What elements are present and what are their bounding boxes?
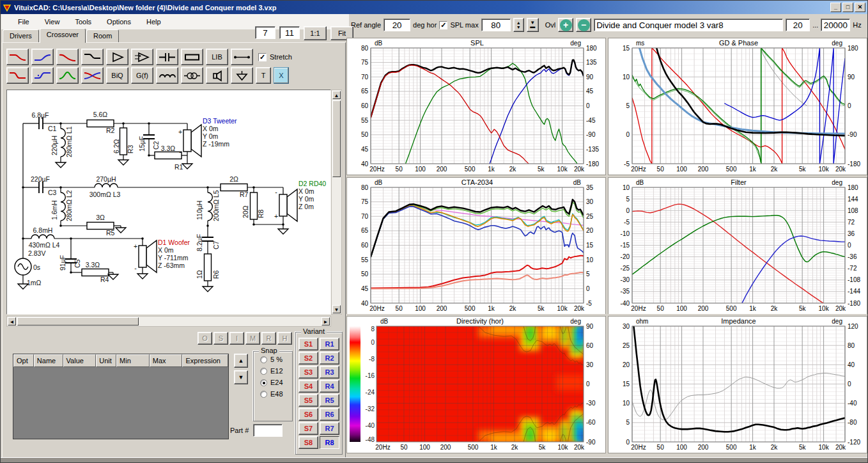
mode-button-s[interactable]: S [213,332,228,345]
variant-button-r4[interactable]: R4 [320,380,339,393]
variant-button-r7[interactable]: R7 [320,422,339,435]
mode-button-r[interactable]: R [261,332,276,345]
highshelf-icon[interactable] [31,67,54,84]
scroll-left-icon[interactable]: ◄ [8,317,16,326]
radio-label-E12[interactable]: E12 [270,367,283,375]
mode-button-h[interactable]: H [277,332,292,345]
table-header-name[interactable]: Name [34,354,63,367]
table-header-unit[interactable]: Unit [96,354,116,367]
menu-item-view[interactable]: View [37,16,68,27]
crossover-icon[interactable] [81,67,104,84]
resistor-icon[interactable] [181,49,203,65]
overlay-remove-button[interactable]: − [576,18,591,32]
variant-button-s6[interactable]: S6 [298,408,318,421]
table-header-max[interactable]: Max [150,354,183,367]
variant-button-s3[interactable]: S3 [298,366,318,379]
gain-function-button[interactable]: G(f) [131,67,153,84]
grid-div2-input[interactable] [279,26,300,39]
minimize-icon[interactable]: _ [830,3,841,12]
radio-5%[interactable] [260,356,267,363]
amplifier-icon[interactable] [106,49,128,65]
move-up-icon[interactable]: ▲ [234,354,248,368]
variant-button-r3[interactable]: R3 [320,366,339,379]
highpass-icon[interactable] [31,49,54,65]
variant-button-s1[interactable]: S1 [298,338,318,350]
radio-E48[interactable] [260,391,267,398]
tab-drivers[interactable]: Drivers [3,29,39,43]
shelf-icon[interactable] [81,49,104,65]
radio-E12[interactable] [260,368,267,375]
zoom-1to1-button[interactable]: 1:1 [304,26,327,40]
lowshelf-icon[interactable] [6,67,29,84]
radio-label-5%[interactable]: 5 % [270,356,283,363]
library-button[interactable]: LIB [206,49,228,65]
maximize-icon[interactable]: □ [842,3,853,12]
lowpass2-icon[interactable] [56,49,79,65]
schematic-label: 6.2Ω [112,139,120,153]
move-down-icon[interactable]: ▼ [234,370,248,384]
scroll-down-icon[interactable]: ▼ [332,305,341,313]
overlay-add-button[interactable]: + [558,18,573,32]
mode-button-o[interactable]: O [198,332,212,345]
variant-button-r6[interactable]: R6 [320,408,339,421]
ref-angle-input[interactable] [384,19,410,31]
opamp-icon[interactable] [131,49,153,65]
scroll-up-icon[interactable]: ▲ [332,91,341,99]
variant-button-r2[interactable]: R2 [320,352,339,365]
peak-eq-icon[interactable] [56,67,79,84]
part-number-input[interactable] [253,424,283,437]
spl-max-spinner[interactable]: ▲▼ [513,18,524,32]
menu-item-help[interactable]: Help [139,16,169,27]
ground-icon[interactable] [231,67,253,84]
schematic-vscrollbar[interactable]: ▲ ▼ [331,90,342,315]
schematic-canvas[interactable]: 6.8µFC1220µH280mΩ L15.6ΩR26.2ΩR315µFC23.… [6,90,331,315]
table-header-min[interactable]: Min [116,354,150,367]
tab-crossover[interactable]: Crossover [40,28,86,43]
stretch-checkbox[interactable]: ✓ [258,53,267,61]
spl-max-input[interactable] [481,19,511,31]
variant-button-r1[interactable]: R1 [320,338,339,350]
capacitor-icon[interactable] [156,49,178,65]
variant-button-s4[interactable]: S4 [298,380,318,393]
radio-E24[interactable] [260,379,267,386]
title-bar[interactable]: VituixCAD: C:\Users\a\Desktop\New folder… [1,1,867,14]
wire-icon[interactable] [231,49,253,65]
spl-max-checkbox[interactable]: ✓ [439,21,447,29]
mode-button-m[interactable]: M [245,332,260,345]
transformer-icon[interactable] [181,67,203,84]
schematic-label: 300mΩ L3 [89,191,121,198]
radio-label-E48[interactable]: E48 [270,390,283,398]
variant-button-r8[interactable]: R8 [320,436,339,449]
variant-button-s8[interactable]: S8 [298,436,318,449]
variant-button-r5[interactable]: R5 [320,394,339,407]
radio-label-E24[interactable]: E24 [270,379,283,386]
table-header-opt[interactable]: Opt [13,354,34,367]
biquad-button[interactable]: BiQ [106,67,128,84]
hscroll-thumb[interactable] [17,317,139,326]
parameter-table-body[interactable] [13,367,228,439]
mode-button-i[interactable]: I [229,332,244,345]
close-icon[interactable]: ✕ [855,3,865,12]
table-header-value[interactable]: Value [63,354,97,367]
variant-button-s5[interactable]: S5 [298,394,318,407]
freq-max-input[interactable] [821,19,850,31]
variant-button-s7[interactable]: S7 [298,422,318,435]
menu-item-options[interactable]: Options [99,16,139,27]
speaker-icon[interactable] [206,67,228,84]
tab-room[interactable]: Room [86,29,119,43]
vscroll-thumb[interactable] [332,100,341,177]
freq-min-input[interactable] [786,19,810,31]
variant-button-s2[interactable]: S2 [298,352,318,365]
menu-item-tools[interactable]: Tools [67,16,99,27]
table-header-expression[interactable]: Expression [182,354,228,367]
text-tool-button[interactable]: T [256,67,271,84]
menu-item-file[interactable]: File [10,16,37,27]
project-name-input[interactable] [594,19,783,31]
delete-tool-button[interactable]: X [274,67,289,84]
autoscale-icon[interactable]: ▼▬ [527,18,539,32]
schematic-hscrollbar[interactable]: ◄ ► [6,316,331,327]
grid-div1-input[interactable] [255,26,275,39]
scroll-right-icon[interactable]: ► [322,317,330,326]
inductor-icon[interactable] [156,67,178,84]
lowpass-icon[interactable] [6,49,29,65]
